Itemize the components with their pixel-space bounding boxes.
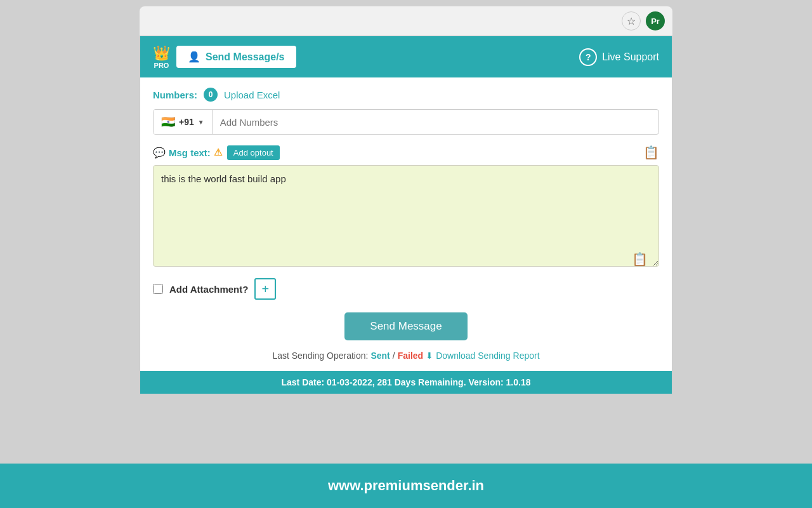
person-icon: 👤 [188,51,200,63]
footer-text: Last Date: 01-03-2022, 281 Days Remainin… [282,377,531,387]
phone-number-input[interactable] [213,112,658,133]
pro-label: PRO [154,62,169,69]
download-sending-report-link[interactable]: ⬇ Download Sending Report [426,351,539,361]
phone-code: +91 [179,117,194,127]
attachment-checkbox[interactable] [153,284,163,294]
msg-text-header: 💬 Msg text: ⚠ Add optout 📋 [153,145,659,160]
send-messages-button[interactable]: 👤 Send Message/s [176,46,296,68]
status-row: Last Sending Operation: Sent / Failed ⬇ … [153,351,659,361]
download-report-label: Download Sending Report [436,351,539,361]
pro-badge: 👑 PRO [153,45,170,69]
bookmark-icon[interactable]: ☆ [622,11,641,30]
website-banner: www.premiumsender.in [0,464,812,508]
live-support-btn[interactable]: ? Live Support [579,48,659,66]
attachment-row: Add Attachment? + [153,278,659,300]
header-title: Send Message/s [206,51,285,63]
send-message-button[interactable]: Send Message [344,312,467,340]
india-flag-icon: 🇮🇳 [161,115,175,129]
status-divider: / [393,351,395,361]
upload-excel-link[interactable]: Upload Excel [224,90,280,100]
profile-icon[interactable]: Pr [646,11,665,30]
country-select[interactable]: 🇮🇳 +91 ▼ [154,110,213,134]
last-sending-label: Last Sending Operation: [272,351,368,361]
app-body: Numbers: 0 Upload Excel 🇮🇳 +91 ▼ 💬 Msg t… [140,77,672,371]
browser-chrome: ☆ Pr [140,6,672,36]
send-button-row: Send Message [153,312,659,340]
sent-status: Sent [370,351,390,361]
live-support-label: Live Support [602,51,659,63]
phone-input-row: 🇮🇳 +91 ▼ [153,109,659,135]
copy-icon[interactable]: 📋 [643,145,659,160]
app-window: 👑 PRO 👤 Send Message/s ? Live Support Nu… [140,36,672,394]
numbers-count-badge: 0 [204,88,218,102]
app-header: 👑 PRO 👤 Send Message/s ? Live Support [140,36,672,77]
speech-bubble-icon: 💬 [153,147,166,159]
message-textarea-wrapper: this is the world fast build app 📋 [153,165,659,278]
msg-label-text: Msg text: [169,147,211,158]
failed-status: Failed [398,351,423,361]
message-textarea[interactable]: this is the world fast build app [153,165,659,267]
website-url: www.premiumsender.in [328,478,484,493]
msg-header-left: 💬 Msg text: ⚠ Add optout [153,145,280,160]
clipboard-add-icon[interactable]: 📋 [632,251,648,267]
numbers-label: Numbers: [153,90,197,100]
crown-icon: 👑 [153,45,170,62]
download-icon: ⬇ [426,351,433,361]
add-optout-button[interactable]: Add optout [227,145,280,160]
numbers-row: Numbers: 0 Upload Excel [153,88,659,102]
attachment-label: Add Attachment? [169,284,248,295]
msg-text-label: 💬 Msg text: ⚠ [153,147,222,159]
add-attachment-button[interactable]: + [254,278,276,300]
dropdown-arrow-icon: ▼ [198,119,204,126]
header-left: 👑 PRO 👤 Send Message/s [153,45,296,69]
help-circle-icon: ? [579,48,597,66]
app-footer: Last Date: 01-03-2022, 281 Days Remainin… [140,371,672,394]
warning-icon: ⚠ [214,147,222,158]
